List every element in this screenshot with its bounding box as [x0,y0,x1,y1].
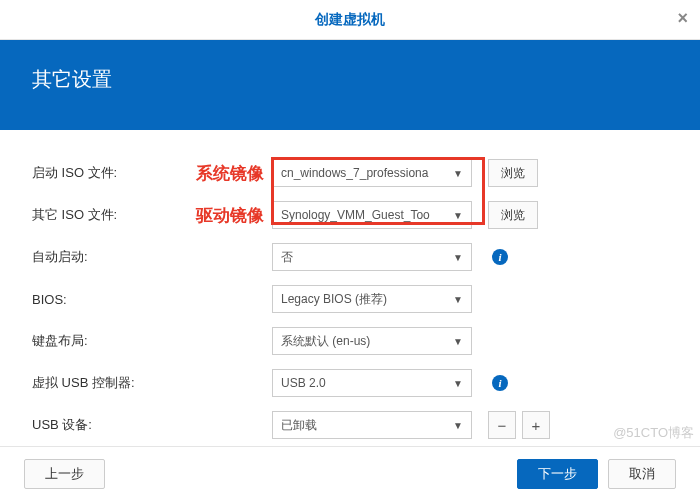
select-bios[interactable]: Legacy BIOS (推荐) ▼ [272,285,472,313]
label-bios: BIOS: [32,292,162,307]
section-title: 其它设置 [32,68,112,90]
add-usb-button[interactable]: + [522,411,550,439]
form-area: 启动 ISO 文件: 系统镜像 cn_windows_7_professiona… [0,130,700,462]
section-header: 其它设置 [0,40,700,130]
cancel-button[interactable]: 取消 [608,459,676,489]
info-icon[interactable]: i [492,249,508,265]
chevron-down-icon: ▼ [453,420,463,431]
select-usb-controller[interactable]: USB 2.0 ▼ [272,369,472,397]
row-usb-controller: 虚拟 USB 控制器: USB 2.0 ▼ i [32,368,668,398]
label-autostart: 自动启动: [32,248,162,266]
select-usb-device[interactable]: 已卸载 ▼ [272,411,472,439]
browse-boot-iso-button[interactable]: 浏览 [488,159,538,187]
select-bios-value: Legacy BIOS (推荐) [281,291,387,308]
select-autostart[interactable]: 否 ▼ [272,243,472,271]
chevron-down-icon: ▼ [453,378,463,389]
browse-other-iso-button[interactable]: 浏览 [488,201,538,229]
dialog-title: 创建虚拟机 [315,11,385,29]
row-autostart: 自动启动: 否 ▼ i [32,242,668,272]
chevron-down-icon: ▼ [453,252,463,263]
select-boot-iso[interactable]: cn_windows_7_professiona ▼ [272,159,472,187]
next-button[interactable]: 下一步 [517,459,598,489]
row-boot-iso: 启动 ISO 文件: 系统镜像 cn_windows_7_professiona… [32,158,668,188]
select-boot-iso-value: cn_windows_7_professiona [281,166,428,180]
footer: 上一步 下一步 取消 [0,446,700,500]
annotation-system-image: 系统镜像 [162,162,272,185]
select-usb-device-value: 已卸载 [281,417,317,434]
label-usb-device: USB 设备: [32,416,162,434]
chevron-down-icon: ▼ [453,168,463,179]
chevron-down-icon: ▼ [453,210,463,221]
row-other-iso: 其它 ISO 文件: 驱动镜像 Synology_VMM_Guest_Too ▼… [32,200,668,230]
plus-icon: + [532,417,541,434]
info-icon[interactable]: i [492,375,508,391]
prev-button[interactable]: 上一步 [24,459,105,489]
row-usb-device: USB 设备: 已卸载 ▼ − + [32,410,668,440]
select-autostart-value: 否 [281,249,293,266]
row-keyboard: 键盘布局: 系统默认 (en-us) ▼ [32,326,668,356]
remove-usb-button[interactable]: − [488,411,516,439]
label-usb-controller: 虚拟 USB 控制器: [32,374,162,392]
select-other-iso-value: Synology_VMM_Guest_Too [281,208,430,222]
row-bios: BIOS: Legacy BIOS (推荐) ▼ [32,284,668,314]
select-keyboard[interactable]: 系统默认 (en-us) ▼ [272,327,472,355]
select-keyboard-value: 系统默认 (en-us) [281,333,370,350]
chevron-down-icon: ▼ [453,336,463,347]
chevron-down-icon: ▼ [453,294,463,305]
label-boot-iso: 启动 ISO 文件: [32,164,162,182]
label-keyboard: 键盘布局: [32,332,162,350]
select-usb-controller-value: USB 2.0 [281,376,326,390]
select-other-iso[interactable]: Synology_VMM_Guest_Too ▼ [272,201,472,229]
annotation-driver-image: 驱动镜像 [162,204,272,227]
title-bar: 创建虚拟机 × [0,0,700,40]
close-icon[interactable]: × [677,8,688,29]
label-other-iso: 其它 ISO 文件: [32,206,162,224]
minus-icon: − [498,417,507,434]
